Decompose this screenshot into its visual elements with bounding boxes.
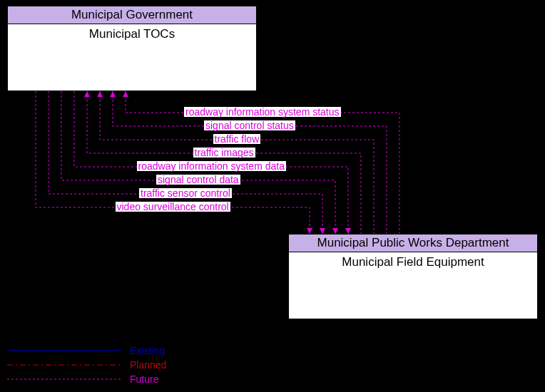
- entity-box-bottom-title: Municipal Field Equipment: [289, 252, 537, 272]
- legend-row-planned: Planned: [7, 358, 166, 372]
- svg-marker-1: [110, 91, 116, 97]
- entity-box-bottom: Municipal Public Works Department Munici…: [288, 234, 538, 319]
- flow-label: traffic sensor control: [139, 188, 232, 198]
- flow-label: traffic flow: [213, 134, 261, 144]
- flow-label: signal control data: [156, 175, 240, 185]
- svg-marker-7: [307, 228, 312, 234]
- entity-box-top: Municipal Government Municipal TOCs: [7, 6, 257, 91]
- entity-box-bottom-header: Municipal Public Works Department: [289, 234, 537, 252]
- flow-label: signal control status: [204, 120, 295, 130]
- flow-label: traffic images: [193, 148, 255, 158]
- svg-marker-4: [345, 228, 351, 234]
- legend: Existing Planned Future: [7, 344, 166, 386]
- svg-marker-0: [123, 91, 128, 97]
- entity-box-top-title: Municipal TOCs: [8, 24, 256, 44]
- flow-label: video surveillance control: [116, 202, 230, 212]
- flow-label: roadway information system status: [184, 107, 341, 117]
- legend-row-existing: Existing: [7, 344, 166, 358]
- legend-label-existing: Existing: [130, 345, 165, 356]
- legend-line-planned: [7, 360, 121, 370]
- legend-line-existing: [7, 346, 121, 356]
- svg-marker-3: [84, 91, 90, 97]
- legend-line-future: [7, 374, 121, 384]
- legend-label-future: Future: [130, 373, 158, 385]
- flow-label: roadway information system data: [137, 161, 286, 171]
- svg-marker-6: [320, 228, 325, 234]
- legend-label-planned: Planned: [130, 359, 166, 371]
- entity-box-top-header: Municipal Government: [8, 6, 256, 24]
- legend-row-future: Future: [7, 372, 166, 386]
- svg-marker-5: [332, 228, 338, 234]
- svg-marker-2: [97, 91, 103, 97]
